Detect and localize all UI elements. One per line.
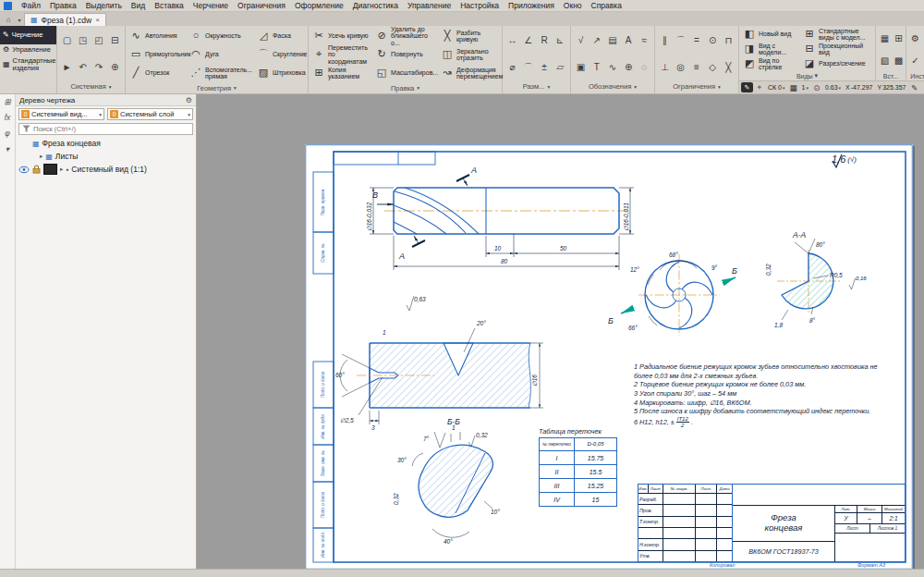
current-layer-combo[interactable]: 0 Системный слой ▾	[107, 108, 193, 120]
rectangle-button[interactable]: ▭Прямоугольник	[128, 45, 187, 64]
drawing-sheet[interactable]: Перв. примен. Справ. № Подп. и дата Инв.…	[305, 144, 913, 569]
segment-button[interactable]: ╱Отрезок	[128, 64, 187, 82]
open-document-icon[interactable]: ◳	[75, 27, 91, 54]
move-by-coordinates-button[interactable]: ⌖Переместить по координатам	[310, 45, 372, 64]
menu-settings[interactable]: Настройка	[456, 1, 504, 10]
lock-icon[interactable]	[32, 165, 41, 174]
pointer-icon[interactable]: ►	[59, 54, 75, 80]
add-icon[interactable]: ⊕	[107, 54, 123, 80]
menu-management[interactable]: Управление	[403, 1, 456, 10]
layer-color-swatch[interactable]	[43, 164, 57, 175]
datum-icon[interactable]: ▣	[573, 54, 589, 80]
properties-panel-icon[interactable]: φ	[5, 129, 10, 138]
visibility-eye-icon[interactable]	[18, 166, 30, 174]
group-label-dimensions[interactable]: Разм...▾	[505, 80, 568, 92]
split-curve-button[interactable]: ╳Разбить кривую	[439, 27, 500, 45]
menu-view[interactable]: Вид	[127, 1, 150, 10]
group-label-system[interactable]: Системная▾	[59, 80, 123, 92]
tools-settings-icon[interactable]: ⚙	[908, 27, 922, 49]
tab-close-icon[interactable]: ×	[95, 16, 100, 24]
align-constraint-icon[interactable]: ≡	[688, 54, 704, 80]
group-label-insert[interactable]: Вст...	[878, 71, 904, 80]
symmetry-constraint-icon[interactable]: ◇	[705, 54, 721, 80]
group-label-edit[interactable]: Правка▾	[310, 82, 500, 93]
group-label-tools[interactable]: Инстр...	[908, 71, 924, 80]
parallel-constraint-icon[interactable]: ∥	[657, 27, 673, 54]
perpendicular-constraint-icon[interactable]: ⊥	[657, 54, 673, 80]
roughness-icon[interactable]: √	[573, 27, 589, 54]
rotate-button[interactable]: ↻Повернуть	[373, 45, 438, 64]
rail-tab-standard-parts[interactable]: ▦ Стандартные изделия	[0, 55, 56, 74]
equal-constraint-icon[interactable]: =	[688, 27, 704, 54]
tree-item-system-view[interactable]: ▸ ● Системный вид (1:1)	[16, 163, 196, 176]
section-view-button[interactable]: ◪Разрез/сечение	[801, 56, 873, 71]
tolerance-icon[interactable]: ±	[537, 54, 553, 80]
new-document-icon[interactable]: ▢	[59, 27, 75, 54]
delete-to-nearest-button[interactable]: ⊘Удалить до ближайшего о...	[373, 27, 438, 45]
save-icon[interactable]: ◰	[91, 27, 107, 54]
delete-constraint-icon[interactable]: ╳	[721, 54, 736, 80]
approx-icon[interactable]: ≈	[637, 27, 652, 54]
standard-views-button[interactable]: ⊞Стандартные виды с модел...	[801, 27, 873, 42]
collinear-constraint-icon[interactable]: ⊓	[721, 27, 736, 54]
group-label-views[interactable]: Виды▾	[741, 71, 873, 80]
line-style-icon[interactable]: ✎	[741, 82, 753, 92]
expand-arrow-icon[interactable]: ▸	[40, 153, 43, 160]
menu-select[interactable]: Выделить	[81, 1, 127, 10]
autoline-button[interactable]: ∿Автолиния	[128, 27, 187, 45]
scale-button[interactable]: ◱Масштабиров...	[373, 64, 438, 82]
insert-picture-icon[interactable]: ▧	[878, 49, 892, 71]
auxiliary-line-button[interactable]: ⋰Вспомогатель... прямая	[188, 64, 254, 82]
menu-decor[interactable]: Оформление	[290, 1, 348, 10]
menu-window[interactable]: Окно	[559, 1, 587, 10]
slope-icon[interactable]: ▱	[553, 54, 568, 80]
variables-panel-icon[interactable]: fx	[5, 113, 11, 122]
tangent-constraint-icon[interactable]: ⌒	[673, 27, 688, 54]
rail-tab-management[interactable]: ⚙ Управление	[0, 44, 56, 55]
insert-fragment-icon[interactable]: ▦	[878, 27, 892, 49]
fillet-button[interactable]: ⌒Скругление	[255, 45, 309, 64]
home-icon[interactable]: ⌂	[2, 14, 15, 26]
collapse-panel-icon[interactable]: ▾	[6, 144, 9, 153]
redo-icon[interactable]: ↷	[91, 54, 107, 80]
tree-search-input[interactable]	[33, 125, 189, 133]
tree-item-root[interactable]: ▦ Фреза концевая	[16, 137, 196, 150]
radius-dimension-icon[interactable]: R	[537, 27, 553, 54]
centerline-icon[interactable]: ⊕	[621, 54, 637, 80]
parameters-panel-icon[interactable]: ⊞	[4, 97, 10, 106]
tree-settings-gear-icon[interactable]: ⚙	[186, 96, 192, 104]
angle-dimension-icon[interactable]: ∠	[520, 27, 536, 54]
view-from-model-button[interactable]: ◨Вид с модели...	[741, 42, 800, 56]
menu-apps[interactable]: Приложения	[504, 1, 559, 10]
hatch-button[interactable]: ▨Штриховка	[255, 64, 309, 82]
marker-icon[interactable]: ◌	[637, 54, 652, 80]
menu-help[interactable]: Справка	[587, 1, 626, 10]
expand-arrow-icon[interactable]: ▸	[60, 166, 63, 173]
projection-view-button[interactable]: ⊟Проекционный вид	[801, 42, 873, 56]
menu-drawing[interactable]: Черчение	[188, 1, 233, 10]
group-label-constraints[interactable]: Ограничения▾	[657, 80, 736, 92]
arrow-view-button[interactable]: ◩Вид по стрелке	[741, 56, 800, 71]
current-view-combo[interactable]: 0 Системный вид... ▾	[18, 108, 104, 120]
circle-button[interactable]: ○Окружность	[188, 27, 254, 45]
deform-by-move-button[interactable]: ↝Деформация перемещением	[439, 64, 500, 82]
diameter-dimension-icon[interactable]: ⌀	[505, 54, 520, 80]
coordinate-system-selector[interactable]: СК 0▾	[766, 84, 787, 91]
edit-style-icon[interactable]: ✎	[908, 83, 919, 92]
layer-selector[interactable]: 1▾	[800, 84, 810, 91]
tab-list-dropdown-icon[interactable]: ▾	[15, 14, 24, 26]
undo-icon[interactable]: ↶	[75, 54, 91, 80]
insert-object-icon[interactable]: ▩	[892, 49, 906, 71]
menu-edit[interactable]: Правка	[45, 1, 81, 10]
trim-curve-button[interactable]: ✂Усечь кривую	[310, 27, 372, 45]
rail-tab-drawing[interactable]: ✎ Черчение	[0, 26, 56, 44]
menu-insert[interactable]: Вставка	[150, 1, 188, 10]
insert-macro-icon[interactable]: ⊞	[892, 27, 906, 49]
leader-icon[interactable]: ↗	[589, 27, 604, 54]
snap-icon[interactable]: ⌖	[754, 82, 765, 92]
zoom-icon[interactable]: ⊙	[811, 83, 822, 92]
text-icon[interactable]: T	[589, 54, 604, 80]
wavy-line-icon[interactable]: ∿	[604, 54, 620, 80]
menu-constraints[interactable]: Ограничения	[233, 1, 290, 10]
document-tab[interactable]: ▦ Фреза (1).cdw ×	[24, 13, 106, 26]
